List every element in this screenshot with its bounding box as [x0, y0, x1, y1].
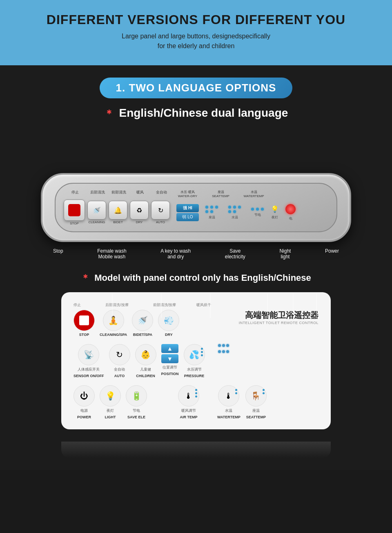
seat-temp-control: 座温 [205, 206, 218, 220]
diagram-area: Seat temperature adjustment Buttocks was… [41, 173, 351, 260]
panel-container: 停止 后部清洗 前部清洗 暖风 全自动 水压·暖风 WATER-DRY 座温 S… [41, 173, 351, 242]
labels-below-row: Stop Female washMobile wash A key to was… [41, 248, 351, 260]
r2-dot-area [218, 344, 229, 353]
r2-dry-btn[interactable]: 💨 DRY [158, 310, 179, 337]
section-badge: 1. TWO LANGUAGE OPTIONS [100, 78, 293, 98]
key-wash-label: A key to washand dry [160, 248, 191, 260]
stop-button[interactable]: STOP [64, 200, 85, 225]
r2-row1: STOP 🧘 CLEANING/SPA 🚿 BIDET/SPA 💨 DRY 高端… [74, 310, 318, 337]
remote2-reflection [61, 442, 331, 458]
badge-wrapper: 1. TWO LANGUAGE OPTIONS [16, 78, 376, 107]
r2-row3: ⏻ 电源 POWER 💡 夜灯 LIGHT 🔋 节电 SAVE ELE 🌡 [74, 385, 318, 419]
r2-children-btn[interactable]: 👶 儿童健 CHILDREN [135, 344, 156, 378]
r2-seat-temp-btn[interactable]: 🪑 座温 SEATTEMP [245, 385, 267, 419]
r2-pressure-btn[interactable]: 💦 水压调节 PRESSURE [184, 344, 205, 378]
dry-button[interactable]: ♻ DRY [130, 201, 149, 224]
water-temp-control: 水温 [228, 206, 241, 220]
r2-row2: 📡 人体感应开关 SENSOR ON/OFF ↻ 全自动 AUTO 👶 儿童健 … [74, 344, 318, 378]
r2-save-btn[interactable]: 🔋 节电 SAVE ELE [126, 385, 147, 419]
asterisk-icon: ＊ [104, 108, 114, 119]
section-badge-text: 1. TWO LANGUAGE OPTIONS [116, 82, 276, 94]
r2-air-temp-btn[interactable]: 🌡 暖风调节 AIR TEMP [178, 385, 199, 419]
night-light-label: Nightlight [279, 248, 291, 260]
auto-button[interactable]: ↻ AUTO [151, 201, 170, 224]
r2-water-temp-btn[interactable]: 🌡 水温 WATERTEMP [217, 385, 241, 419]
dual-language-title: ＊ English/Chinese dual language [16, 107, 376, 120]
panel-label-row-top: 停止 后部清洗 前部清洗 暖风 全自动 水压·暖风 WATER-DRY 座温 S… [64, 190, 328, 198]
remote-panel: 停止 后部清洗 前部清洗 暖风 全自动 水压·暖风 WATER-DRY 座温 S… [41, 173, 351, 242]
r2-stop-btn[interactable]: STOP [74, 310, 95, 337]
r2-light-btn[interactable]: 💡 夜灯 LIGHT [100, 385, 121, 419]
header-section: DIFFERENT VERSIONS FOR DIFFERENT YOU Lar… [0, 0, 392, 65]
header-title: DIFFERENT VERSIONS FOR DIFFERENT YOU [8, 12, 384, 27]
r2-bidet-btn[interactable]: 🚿 BIDET/SPA [132, 310, 153, 337]
power-button[interactable]: 电 [285, 204, 296, 221]
r2-power-btn[interactable]: ⏻ 电源 POWER [74, 385, 95, 419]
r2-sensor-btn[interactable]: 📡 人体感应开关 SENSOR ON/OFF [74, 344, 104, 378]
header-subtitle: Large panel and large buttons, designeds… [8, 31, 384, 51]
model-note: ＊ Model with panel control only has Engl… [16, 272, 376, 284]
save-ele-section: 节电 [251, 208, 264, 217]
r2-top-labels: 停止 后部清洗/按摩 前部清洗/按摩 暖风烘干 [74, 302, 318, 308]
stop-label-below: Stop [53, 248, 63, 260]
save-elec-label: Saveelectricity [225, 248, 245, 260]
bidet-button[interactable]: 🔔 BIDET [109, 201, 127, 224]
main-section: 1. TWO LANGUAGE OPTIONS ＊ English/Chines… [0, 65, 392, 470]
panel-buttons-row: STOP 🚿 CLEANING 🔔 BIDET [64, 200, 328, 225]
r2-position-btn[interactable]: ▲ ▼ 位置调节 POSITION [161, 344, 179, 376]
panel-inner: 停止 后部清洗 前部清洗 暖风 全自动 水压·暖风 WATER-DRY 座温 S… [55, 183, 337, 232]
female-wash-label: Female washMobile wash [97, 248, 126, 260]
r2-title-area: 高端智能卫浴遥控器 INTELLIGENT TOILET REMOTE CONT… [239, 310, 318, 325]
r2-cleaning-btn[interactable]: 🧘 CLEANING/SPA [100, 310, 127, 337]
cleaning-button[interactable]: 🚿 CLEANING [87, 201, 106, 224]
night-light-section: 💡 夜灯 [271, 205, 279, 220]
hi-lo-section: 强 HI 弱 LO [176, 204, 199, 221]
power-label: Power [325, 248, 339, 260]
r2-auto-btn[interactable]: ↻ 全自动 AUTO [109, 344, 130, 378]
remote2-panel: 停止 后部清洗/按摩 前部清洗/按摩 暖风烘干 STOP 🧘 CLEANING/… [61, 292, 331, 429]
model-note-wrapper: ＊ Model with panel control only has Engl… [16, 272, 376, 284]
asterisk2-icon: ＊ [81, 273, 90, 283]
